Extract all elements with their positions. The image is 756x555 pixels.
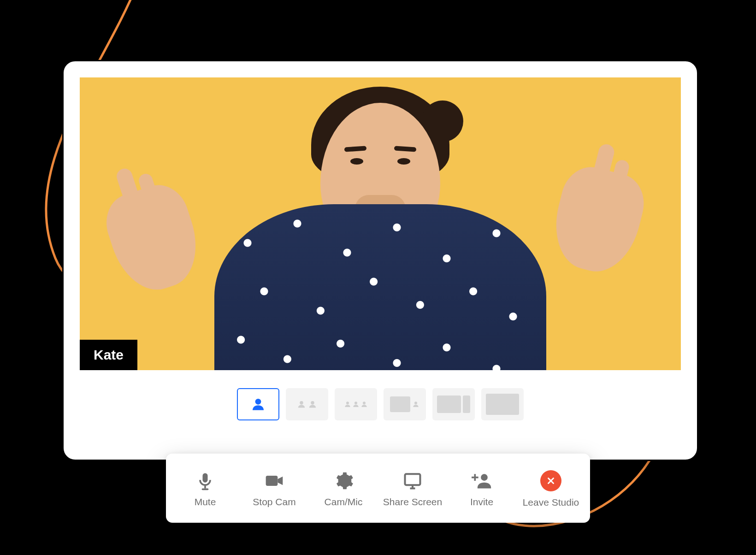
- leave-studio-button[interactable]: Leave Studio: [516, 462, 585, 516]
- mute-label: Mute: [195, 496, 216, 508]
- camera-icon: [264, 471, 284, 491]
- stop-cam-button[interactable]: Stop Cam: [240, 462, 309, 516]
- monitor-icon: [402, 471, 423, 491]
- svg-point-3: [346, 401, 349, 404]
- share-screen-button[interactable]: Share Screen: [378, 462, 447, 516]
- side-rect-icon: [463, 396, 470, 413]
- microphone-icon: [195, 471, 215, 491]
- svg-point-0: [255, 399, 261, 405]
- person-icon: [360, 401, 368, 408]
- share-screen-label: Share Screen: [383, 496, 442, 508]
- participant-name-badge: Kate: [80, 340, 137, 370]
- add-person-icon: [472, 471, 492, 491]
- layout-option-screen-pip[interactable]: [384, 388, 426, 420]
- svg-point-4: [354, 401, 357, 404]
- screen-rect-icon: [437, 396, 461, 413]
- layout-option-solo[interactable]: [237, 388, 279, 420]
- mute-button[interactable]: Mute: [171, 462, 240, 516]
- svg-rect-15: [472, 477, 478, 478]
- cam-mic-settings-button[interactable]: Cam/Mic: [309, 462, 378, 516]
- layout-option-screen-full[interactable]: [481, 388, 524, 420]
- layout-option-two-up[interactable]: [286, 388, 328, 420]
- svg-point-5: [363, 401, 366, 404]
- video-area: Kate: [80, 77, 681, 370]
- leave-label: Leave Studio: [523, 497, 579, 508]
- layout-option-three-up[interactable]: [335, 388, 377, 420]
- svg-rect-7: [204, 486, 206, 489]
- studio-window: Kate: [62, 60, 698, 461]
- svg-rect-10: [405, 474, 420, 485]
- studio-toolbar: Mute Stop Cam Cam/Mic Share Screen Invit…: [166, 454, 590, 523]
- svg-rect-8: [202, 489, 209, 490]
- svg-rect-9: [266, 476, 278, 486]
- svg-point-6: [414, 401, 417, 404]
- svg-point-1: [300, 401, 303, 405]
- person-icon: [308, 400, 317, 409]
- screen-rect-icon: [390, 396, 410, 412]
- gear-icon: [333, 471, 354, 491]
- invite-button[interactable]: Invite: [447, 462, 516, 516]
- person-icon: [250, 396, 266, 412]
- svg-point-13: [481, 474, 488, 481]
- close-icon: [540, 470, 561, 491]
- participant-video: [80, 77, 681, 370]
- layout-selector: [64, 382, 697, 425]
- person-icon: [352, 401, 360, 408]
- svg-point-2: [311, 401, 314, 405]
- layout-option-screen-side[interactable]: [432, 388, 475, 420]
- cam-mic-label: Cam/Mic: [325, 496, 363, 508]
- person-icon: [297, 400, 306, 409]
- person-icon: [412, 401, 419, 408]
- screen-rect-icon: [486, 394, 519, 415]
- person-icon: [344, 401, 351, 408]
- stop-cam-label: Stop Cam: [253, 496, 295, 508]
- participant-name: Kate: [94, 347, 124, 362]
- invite-label: Invite: [470, 496, 493, 508]
